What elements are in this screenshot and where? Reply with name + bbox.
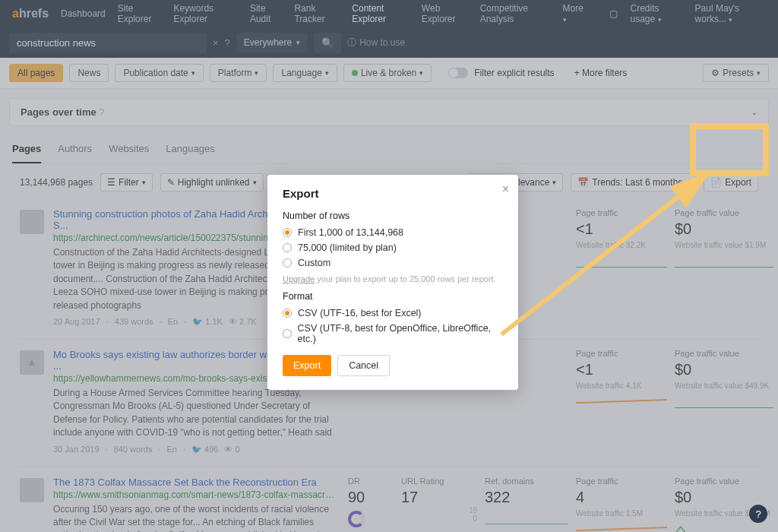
export-modal: × Export Number of rows First 1,000 of 1… — [267, 175, 518, 390]
radio-icon — [283, 329, 292, 338]
upgrade-hint: Upgrade your plan to export up to 25,000… — [283, 274, 503, 283]
close-icon[interactable]: × — [502, 182, 509, 196]
modal-title: Export — [283, 187, 503, 200]
radio-custom[interactable]: Custom — [283, 258, 503, 268]
cancel-button[interactable]: Cancel — [337, 355, 390, 376]
rows-label: Number of rows — [283, 211, 503, 221]
radio-plan-limit[interactable]: 75,000 (limited by plan) — [283, 242, 503, 253]
radio-csv-utf16[interactable]: CSV (UTF-16, best for Excel) — [283, 308, 503, 318]
radio-icon — [283, 228, 292, 237]
export-confirm-button[interactable]: Export — [283, 355, 331, 376]
upgrade-link[interactable]: Upgrade — [283, 274, 315, 283]
radio-first-1000[interactable]: First 1,000 of 13,144,968 — [283, 227, 503, 238]
radio-icon — [283, 258, 292, 268]
help-bubble[interactable]: ? — [749, 505, 767, 523]
radio-icon — [283, 309, 292, 318]
format-label: Format — [283, 291, 503, 302]
radio-csv-utf8[interactable]: CSV (UTF-8, best for OpenOffice, LibreOf… — [283, 323, 503, 344]
radio-icon — [283, 243, 292, 252]
